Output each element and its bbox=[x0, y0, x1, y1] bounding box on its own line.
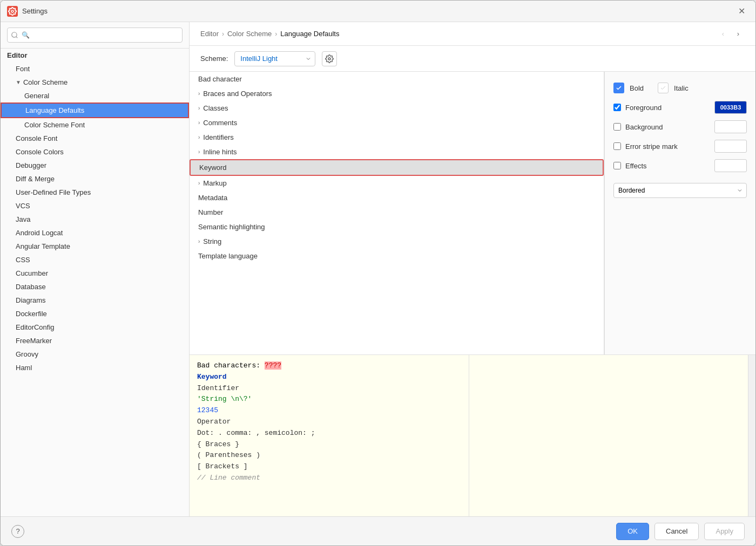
sidebar-item-user-defined-file-types[interactable]: User-Defined File Types bbox=[1, 186, 189, 199]
sidebar-item-cucumber[interactable]: Cucumber bbox=[1, 267, 189, 280]
sidebar-item-haml[interactable]: Haml bbox=[1, 361, 189, 374]
sidebar-item-groovy[interactable]: Groovy bbox=[1, 347, 189, 361]
preview-operator: Operator bbox=[197, 417, 461, 428]
sidebar-item-language-defaults[interactable]: Language Defaults bbox=[1, 103, 189, 118]
sidebar-item-android-logcat[interactable]: Android Logcat bbox=[1, 226, 189, 240]
close-button[interactable]: ✕ bbox=[734, 4, 749, 19]
foreground-checkbox[interactable] bbox=[613, 104, 621, 111]
sidebar-item-dockerfile[interactable]: Dockerfile bbox=[1, 307, 189, 320]
help-button[interactable]: ? bbox=[11, 525, 24, 538]
scheme-bar: Scheme: IntelliJ Light Darcula High cont… bbox=[190, 46, 755, 72]
editor-area: Bad character › Braces and Operators › C… bbox=[190, 72, 755, 354]
sidebar-item-freemarker[interactable]: FreeMarker bbox=[1, 334, 189, 347]
sidebar-item-general[interactable]: General bbox=[1, 89, 189, 103]
tree-item-string[interactable]: › String bbox=[190, 234, 604, 249]
apply-button[interactable]: Apply bbox=[704, 523, 745, 540]
nav-forward-button[interactable]: › bbox=[732, 28, 745, 40]
sidebar-item-debugger[interactable]: Debugger bbox=[1, 159, 189, 172]
sidebar-item-color-scheme[interactable]: ▼ Color Scheme bbox=[1, 76, 189, 89]
effects-checkbox[interactable] bbox=[613, 162, 621, 169]
bold-label: Bold bbox=[630, 84, 644, 92]
nav-arrows: ‹ › bbox=[717, 28, 745, 40]
sidebar-item-angular-template[interactable]: Angular Template bbox=[1, 240, 189, 253]
tree-item-label: Template language bbox=[198, 252, 258, 260]
italic-checkbox[interactable] bbox=[658, 83, 669, 93]
scheme-select[interactable]: IntelliJ Light Darcula High contrast Def… bbox=[234, 51, 315, 66]
tree-item-label: Bad character bbox=[198, 75, 242, 83]
tree-item-metadata[interactable]: Metadata bbox=[190, 190, 604, 205]
preview-brackets: [ Brackets ] bbox=[197, 461, 461, 473]
breadcrumb-sep-1: › bbox=[222, 30, 224, 38]
tree-item-number[interactable]: Number bbox=[190, 205, 604, 220]
tree-item-template-language[interactable]: Template language bbox=[190, 249, 604, 263]
sidebar-item-font[interactable]: Font bbox=[1, 62, 189, 76]
tree-item-inline-hints[interactable]: › Inline hints bbox=[190, 145, 604, 159]
cancel-button[interactable]: Cancel bbox=[654, 523, 699, 540]
breadcrumb-sep-2: › bbox=[275, 30, 277, 38]
breadcrumb-color-scheme: Color Scheme bbox=[227, 30, 272, 38]
background-checkbox[interactable] bbox=[613, 123, 621, 131]
tree-item-braces-operators[interactable]: › Braces and Operators bbox=[190, 86, 604, 101]
effects-color-swatch[interactable] bbox=[714, 159, 747, 172]
preview-section: Bad characters: ???? Keyword Identifier … bbox=[190, 354, 755, 516]
tree-item-keyword[interactable]: Keyword bbox=[190, 159, 604, 176]
chevron-right-icon: › bbox=[198, 134, 200, 140]
tree-item-semantic-highlighting[interactable]: Semantic highlighting bbox=[190, 220, 604, 234]
chevron-right-icon: › bbox=[198, 180, 200, 186]
search-input[interactable] bbox=[7, 28, 183, 43]
preview-string: 'String \n\?' bbox=[197, 394, 461, 405]
sidebar: Editor Font ▼ Color Scheme General Langu… bbox=[1, 22, 190, 516]
tree-item-label: Braces and Operators bbox=[203, 90, 272, 98]
titlebar: Settings ✕ bbox=[1, 1, 755, 22]
right-panel: Editor › Color Scheme › Language Default… bbox=[190, 22, 755, 516]
sidebar-item-database[interactable]: Database bbox=[1, 280, 189, 294]
chevron-right-icon: › bbox=[198, 238, 200, 244]
sidebar-item-css[interactable]: CSS bbox=[1, 253, 189, 267]
tree-item-classes[interactable]: › Classes bbox=[190, 101, 604, 115]
tree-item-label: Metadata bbox=[198, 194, 227, 202]
error-stripe-checkbox[interactable] bbox=[613, 142, 621, 150]
window-title: Settings bbox=[22, 7, 48, 15]
sidebar-item-editorconfig[interactable]: EditorConfig bbox=[1, 320, 189, 334]
preview-braces: { Braces } bbox=[197, 439, 461, 451]
sidebar-item-vcs[interactable]: VCS bbox=[1, 199, 189, 213]
scheme-gear-button[interactable] bbox=[322, 51, 337, 66]
scheme-label: Scheme: bbox=[200, 54, 228, 63]
tree-item-markup[interactable]: › Markup bbox=[190, 176, 604, 190]
sidebar-item-console-font[interactable]: Console Font bbox=[1, 132, 189, 145]
tree-item-bad-character[interactable]: Bad character bbox=[190, 72, 604, 86]
foreground-color-swatch[interactable]: 0033B3 bbox=[714, 101, 747, 114]
preview-operator-label: Operator bbox=[197, 418, 231, 426]
sidebar-item-diff-merge[interactable]: Diff & Merge bbox=[1, 172, 189, 186]
app-icon bbox=[7, 6, 18, 17]
preview-identifier: Identifier bbox=[197, 383, 461, 394]
preview-parens-label: ( Parentheses ) bbox=[197, 451, 260, 459]
preview-scrollbar[interactable] bbox=[748, 355, 755, 516]
chevron-right-icon: › bbox=[198, 149, 200, 155]
text-style-row: Bold Italic bbox=[613, 83, 747, 93]
effects-select[interactable]: Bordered Underscored Bold underscored Do… bbox=[613, 183, 747, 198]
bottom-bar: ? OK Cancel Apply bbox=[1, 516, 755, 545]
sidebar-item-console-colors[interactable]: Console Colors bbox=[1, 145, 189, 159]
sidebar-item-java[interactable]: Java bbox=[1, 213, 189, 226]
italic-label: Italic bbox=[674, 84, 688, 92]
sidebar-item-color-scheme-font[interactable]: Color Scheme Font bbox=[1, 118, 189, 132]
background-color-swatch[interactable] bbox=[714, 120, 747, 133]
nav-back-button[interactable]: ‹ bbox=[717, 28, 730, 40]
error-stripe-color-swatch[interactable] bbox=[714, 140, 747, 153]
settings-window: Settings ✕ Editor Font ▼ Color Scheme Ge… bbox=[0, 0, 756, 546]
breadcrumb: Editor › Color Scheme › Language Default… bbox=[190, 22, 755, 46]
preview-string-label: 'String \n\?' bbox=[197, 395, 252, 403]
error-stripe-label: Error stripe mark bbox=[625, 142, 678, 151]
sidebar-item-diagrams[interactable]: Diagrams bbox=[1, 294, 189, 307]
breadcrumb-language-defaults: Language Defaults bbox=[280, 30, 339, 38]
sidebar-item-editor[interactable]: Editor bbox=[1, 49, 189, 62]
ok-button[interactable]: OK bbox=[616, 523, 649, 540]
tree-item-comments[interactable]: › Comments bbox=[190, 115, 604, 130]
tree-item-identifiers[interactable]: › Identifiers bbox=[190, 130, 604, 145]
svg-point-1 bbox=[328, 58, 330, 60]
preview-dot: Dot: . comma: , semicolon: ; bbox=[197, 428, 461, 439]
bold-checkbox[interactable] bbox=[613, 83, 624, 93]
tree-panel: Bad character › Braces and Operators › C… bbox=[190, 72, 604, 354]
tree-item-label: Keyword bbox=[199, 163, 227, 172]
